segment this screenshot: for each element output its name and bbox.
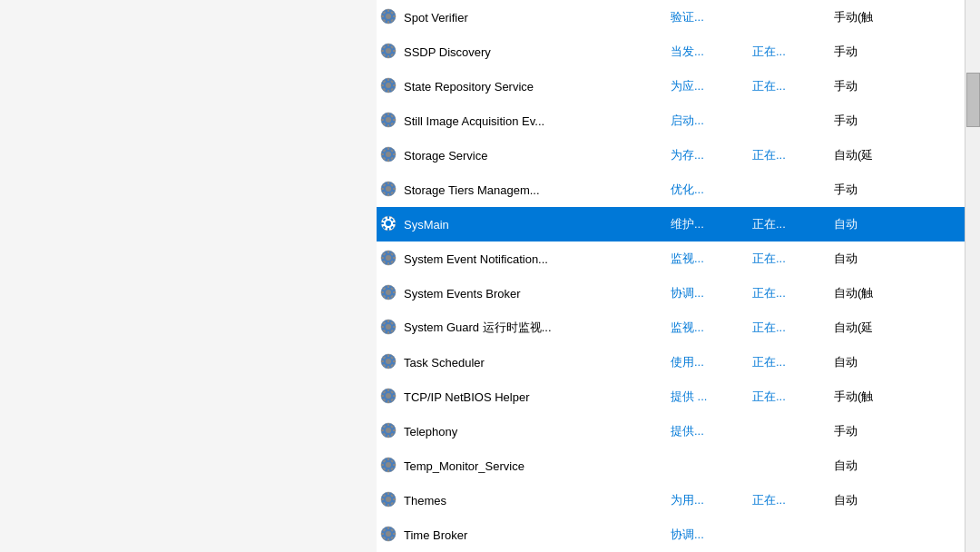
svg-rect-155	[393, 533, 396, 535]
svg-rect-104	[381, 360, 384, 362]
svg-rect-33	[387, 124, 389, 127]
table-row[interactable]: System Event Notification... 监视... 正在...…	[377, 242, 965, 276]
service-startup: 自动(延	[834, 147, 961, 163]
svg-rect-52	[387, 182, 389, 184]
service-name: Themes	[404, 494, 446, 508]
service-status: 正在...	[752, 492, 834, 508]
service-startup: 手动(触	[834, 389, 961, 405]
svg-point-121	[386, 428, 391, 433]
service-name: Storage Tiers Managem...	[404, 183, 540, 197]
service-startup: 自动	[834, 216, 961, 232]
service-name-col: System Event Notification...	[380, 250, 671, 268]
gear-icon	[380, 112, 398, 130]
gear-icon	[380, 422, 398, 440]
service-name-col: System Events Broker	[380, 284, 671, 302]
svg-rect-112	[387, 389, 389, 391]
svg-point-141	[386, 497, 391, 502]
service-startup: 自动	[834, 354, 961, 370]
service-status: 正在...	[752, 389, 834, 405]
service-description: 协调...	[671, 285, 752, 301]
gear-icon	[380, 319, 398, 337]
table-row[interactable]: SSDP Discovery 当发... 正在... 手动	[377, 34, 965, 69]
svg-rect-102	[387, 354, 389, 357]
table-row[interactable]: System Guard 运行时监视... 监视... 正在... 自动(延	[377, 310, 965, 345]
svg-rect-45	[393, 153, 396, 155]
table-row[interactable]: Themes 为用... 正在... 自动	[377, 483, 965, 518]
table-row[interactable]: Storage Tiers Managem... 优化... 手动	[377, 172, 965, 207]
svg-point-131	[386, 462, 391, 468]
service-status: 正在...	[752, 78, 834, 94]
svg-rect-13	[387, 55, 389, 58]
svg-rect-152	[387, 527, 389, 529]
service-startup: 手动	[834, 78, 961, 94]
service-description: 监视...	[671, 320, 752, 336]
svg-rect-34	[381, 119, 384, 121]
service-name-col: Themes	[380, 491, 671, 509]
svg-point-61	[386, 221, 391, 226]
svg-rect-83	[387, 297, 389, 300]
svg-rect-153	[387, 538, 389, 541]
service-startup: 自动	[834, 458, 961, 474]
table-row[interactable]: Storage Service 为存... 正在... 自动(延	[377, 138, 965, 172]
service-description: 启动...	[671, 113, 752, 129]
table-row[interactable]: Time Broker 协调...	[377, 518, 965, 552]
service-startup: 手动(触	[834, 9, 961, 25]
service-status: 正在...	[752, 285, 834, 301]
svg-rect-2	[387, 9, 389, 12]
scrollbar[interactable]	[965, 0, 980, 552]
table-row[interactable]: System Events Broker 协调... 正在... 自动(触	[377, 276, 965, 310]
svg-point-71	[386, 255, 391, 261]
service-description: 优化...	[671, 182, 752, 198]
svg-rect-62	[387, 216, 389, 219]
service-name: Temp_Monitor_Service	[404, 459, 524, 473]
service-startup: 手动	[834, 44, 961, 60]
gear-icon	[380, 146, 398, 164]
svg-rect-93	[387, 331, 389, 334]
service-name-col: Task Scheduler	[380, 353, 671, 371]
svg-rect-113	[387, 400, 389, 403]
service-name: Still Image Acquisition Ev...	[404, 114, 544, 128]
service-name: Time Broker	[404, 528, 467, 542]
table-row[interactable]: Still Image Acquisition Ev... 启动... 手动	[377, 104, 965, 138]
svg-rect-132	[387, 458, 389, 460]
service-name: SSDP Discovery	[404, 45, 491, 59]
table-row[interactable]: Telephony 提供... 手动	[377, 414, 965, 448]
svg-rect-94	[381, 326, 384, 328]
svg-point-151	[386, 531, 391, 537]
services-list[interactable]: Spot Verifier 验证... 手动(触 SSDP Discovery …	[377, 0, 965, 552]
svg-rect-43	[387, 159, 389, 162]
service-name: State Repository Service	[404, 80, 534, 94]
table-row[interactable]: SysMain 维护... 正在... 自动	[377, 207, 965, 242]
svg-rect-154	[381, 533, 384, 535]
svg-point-21	[386, 83, 391, 88]
svg-rect-142	[387, 492, 389, 495]
svg-rect-12	[387, 44, 389, 46]
svg-rect-115	[393, 395, 396, 397]
service-description: 为用...	[671, 492, 752, 508]
svg-rect-42	[387, 147, 389, 150]
svg-rect-95	[393, 326, 396, 328]
service-description: 验证...	[671, 9, 752, 25]
scrollbar-thumb[interactable]	[966, 73, 980, 127]
service-description: 为应...	[671, 78, 752, 94]
service-name: Task Scheduler	[404, 356, 485, 370]
table-row[interactable]: Temp_Monitor_Service 自动	[377, 448, 965, 483]
svg-rect-74	[381, 257, 384, 259]
service-description: 为存...	[671, 147, 752, 163]
svg-point-31	[386, 117, 391, 123]
table-row[interactable]: Task Scheduler 使用... 正在... 自动	[377, 345, 965, 380]
service-name-col: TCP/IP NetBIOS Helper	[380, 388, 671, 406]
svg-point-101	[386, 359, 391, 364]
table-row[interactable]: State Repository Service 为应... 正在... 手动	[377, 69, 965, 104]
table-row[interactable]: TCP/IP NetBIOS Helper 提供 ... 正在... 手动(触	[377, 380, 965, 414]
svg-point-51	[386, 186, 391, 192]
svg-rect-53	[387, 193, 389, 196]
svg-rect-54	[381, 188, 384, 190]
svg-rect-65	[393, 222, 396, 224]
service-name-col: SSDP Discovery	[380, 43, 671, 61]
gear-icon	[380, 181, 398, 199]
table-row[interactable]: Spot Verifier 验证... 手动(触	[377, 0, 965, 34]
svg-rect-92	[387, 320, 389, 322]
service-name: System Event Notification...	[404, 252, 548, 266]
content-area: Spot Verifier 验证... 手动(触 SSDP Discovery …	[377, 0, 980, 552]
